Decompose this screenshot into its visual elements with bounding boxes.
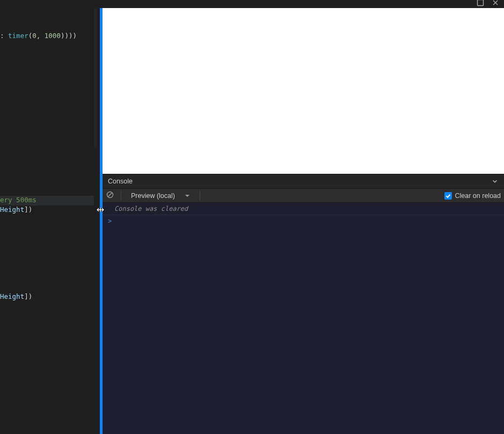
console-toolbar: Preview (local) Clear on reload — [103, 188, 504, 203]
toolbar-separator — [200, 191, 200, 201]
console-output[interactable]: Console was cleared > — [103, 203, 504, 434]
editor-gutter-edge — [94, 8, 97, 148]
preview-frame[interactable] — [103, 8, 504, 174]
svg-rect-2 — [478, 0, 484, 6]
console-prompt[interactable]: > — [103, 215, 504, 227]
clear-on-reload-label: Clear on reload — [455, 192, 501, 200]
code-line: : timer(0, 1000)))) — [0, 32, 94, 41]
code-line: ery 500ms — [0, 196, 94, 205]
code-line: Height]) — [0, 205, 94, 215]
code-line: Height]) — [0, 292, 94, 302]
console-panel-header[interactable]: Console — [103, 174, 504, 188]
console-context-dropdown[interactable]: Preview (local) — [128, 192, 193, 200]
toolbar-separator — [121, 191, 121, 201]
clear-on-reload-toggle[interactable]: Clear on reload — [444, 192, 501, 200]
checkbox-checked-icon — [444, 192, 452, 200]
chevron-down-icon — [491, 178, 499, 185]
code-editor[interactable]: : timer(0, 1000)))) ery 500ms Height]) H… — [0, 8, 94, 434]
console-panel-label: Console — [108, 178, 133, 185]
console-context-label: Preview (local) — [131, 192, 175, 200]
console-message: Console was cleared — [103, 203, 504, 215]
clear-icon — [106, 190, 114, 199]
dropdown-triangle-icon — [185, 193, 190, 198]
clear-console-button[interactable] — [106, 190, 114, 201]
